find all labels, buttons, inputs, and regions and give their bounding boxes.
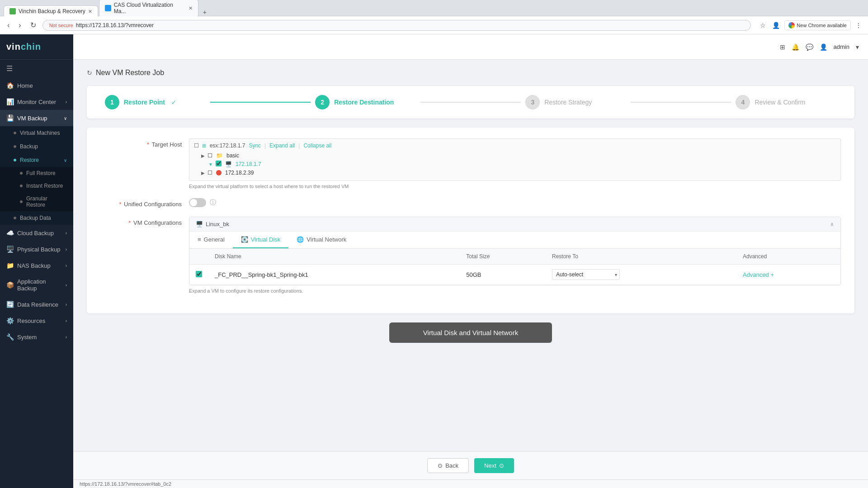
vm-config-control: 🖥️ Linux_bk ∧ ≡ General 💽	[189, 217, 841, 294]
target-host-hint: Expand the virtual platform to select a …	[189, 184, 841, 189]
sidebar-item-nas-backup[interactable]: 📁 NAS Backup ›	[0, 257, 73, 274]
sidebar-item-cloud-backup[interactable]: ☁️ Cloud Backup ›	[0, 225, 73, 241]
sidebar-vm-backup-label: VM Backup	[17, 115, 47, 122]
sidebar-item-granular-restore[interactable]: Granular Restore	[0, 192, 73, 211]
restore-chevron-icon: ∨	[64, 158, 67, 163]
browser-chrome: Vinchin Backup & Recovery ✕ CAS Cloud Vi…	[0, 0, 868, 16]
sidebar-item-backup-data[interactable]: Backup Data	[0, 211, 73, 225]
disk-row-advanced[interactable]: Advanced +	[736, 265, 840, 285]
chrome-icon	[788, 22, 795, 28]
forward-nav-button[interactable]: ›	[16, 19, 24, 31]
page-refresh-icon[interactable]: ↻	[87, 69, 92, 76]
sidebar: vinchin ☰ 🏠 Home 📊 Monitor Center › 💾 VM…	[0, 34, 73, 488]
step-check-1: ✓	[171, 99, 176, 106]
cas-tab-close[interactable]: ✕	[189, 5, 193, 11]
sidebar-item-application-backup[interactable]: 📦 Application Backup ›	[0, 274, 73, 296]
grid-icon[interactable]: ⊞	[780, 43, 785, 51]
target-host-box[interactable]: ☐ ⊞ esx:172.18.1.7 Sync | Expand all | C…	[189, 138, 841, 181]
unified-config-label: * Unified Configurations	[100, 198, 182, 208]
disk-row-checkbox-cell[interactable]	[189, 265, 208, 285]
tab-general[interactable]: ≡ General	[189, 232, 233, 248]
bookmark-button[interactable]: ☆	[758, 20, 768, 31]
physical-backup-chevron-icon: ›	[66, 247, 67, 252]
restore-to-select[interactable]: Auto-select	[552, 269, 620, 280]
next-button[interactable]: Next ⊙	[474, 458, 514, 473]
sidebar-item-system[interactable]: 🔧 System ›	[0, 329, 73, 345]
resources-chevron-icon: ›	[66, 318, 67, 323]
sidebar-system-label: System	[17, 334, 37, 341]
tree-node-basic[interactable]: ▶ ☐ 📁 basic	[194, 152, 836, 160]
data-resilience-icon: 🔄	[6, 301, 14, 308]
step-divider-2	[420, 102, 521, 103]
user-icon[interactable]: 👤	[820, 43, 827, 51]
sidebar-item-physical-backup[interactable]: 🖥️ Physical Backup ›	[0, 241, 73, 257]
tree-sep-1: |	[264, 142, 266, 149]
chat-icon[interactable]: 💬	[806, 43, 813, 51]
sidebar-item-restore[interactable]: Restore ∨	[0, 153, 73, 167]
unified-config-row: * Unified Configurations ⓘ	[100, 198, 841, 208]
tree-checkbox-host[interactable]	[216, 161, 222, 166]
disk-table: Disk Name Total Size Restore To Advanced	[189, 249, 840, 285]
browser-tab-vinchin[interactable]: Vinchin Backup & Recovery ✕	[4, 5, 98, 17]
reload-nav-button[interactable]: ↻	[28, 19, 39, 31]
menu-button[interactable]: ⋮	[854, 20, 863, 31]
topbar-user-label[interactable]: admin	[834, 43, 849, 50]
full-restore-dot	[20, 172, 23, 175]
sidebar-item-vm-backup[interactable]: 💾 VM Backup ∨	[0, 110, 73, 126]
virtual-network-tab-icon: 🌐	[297, 236, 304, 243]
sidebar-item-resources[interactable]: ⚙️ Resources ›	[0, 313, 73, 329]
vm-config-expand-icon[interactable]: ∧	[830, 221, 834, 227]
new-tab-button[interactable]: +	[199, 8, 210, 17]
app-topbar: ⊞ 🔔 💬 👤 admin ▾	[73, 34, 868, 60]
step-circle-4: 4	[736, 95, 750, 109]
nas-backup-icon: 📁	[6, 262, 14, 269]
tab-virtual-disk[interactable]: 💽 Virtual Disk	[233, 232, 289, 248]
page-header: ↻ New VM Restore Job	[87, 69, 854, 77]
sidebar-item-data-resilience[interactable]: 🔄 Data Resilience ›	[0, 296, 73, 313]
unified-toggle[interactable]	[189, 198, 206, 207]
profile-button[interactable]: 👤	[770, 20, 782, 31]
back-nav-button[interactable]: ‹	[5, 19, 12, 31]
sidebar-item-full-restore[interactable]: Full Restore	[0, 167, 73, 180]
data-resilience-chevron-icon: ›	[66, 302, 67, 307]
wizard-step-1: 1 Restore Point ✓	[105, 95, 206, 109]
advanced-link[interactable]: Advanced +	[743, 271, 834, 278]
disk-row-name: _FC_PRD__Spring-bk1_Spring-bk1	[208, 265, 460, 285]
cas-tab-label: CAS Cloud Virtualization Ma...	[114, 2, 186, 14]
sidebar-item-backup[interactable]: Backup	[0, 140, 73, 153]
tab-virtual-network[interactable]: 🌐 Virtual Network	[288, 232, 354, 248]
tree-node-host-offline[interactable]: ▶ ☐ 172.18.2.39	[194, 169, 836, 177]
unified-info-icon[interactable]: ⓘ	[210, 199, 216, 207]
vinchin-favicon	[9, 8, 16, 14]
tree-node-host-checked[interactable]: ▼ 🖥️ 172.18.1.7	[194, 160, 836, 169]
monitor-icon: 📊	[6, 98, 14, 105]
vm-config-row: * VM Configurations 🖥️ Linux_bk ∧	[100, 217, 841, 294]
bell-icon[interactable]: 🔔	[792, 43, 799, 51]
disk-row-checkbox[interactable]	[196, 271, 202, 277]
disk-row-restore-to[interactable]: Auto-select	[546, 265, 736, 285]
sidebar-toggle[interactable]: ☰	[0, 60, 73, 77]
sidebar-application-backup-label: Application Backup	[17, 278, 62, 292]
vm-config-header[interactable]: 🖥️ Linux_bk ∧	[189, 217, 840, 232]
sidebar-monitor-label: Monitor Center	[17, 99, 56, 105]
sidebar-item-instant-restore[interactable]: Instant Restore	[0, 180, 73, 192]
browser-tab-cas[interactable]: CAS Cloud Virtualization Ma... ✕	[99, 0, 198, 17]
vinchin-tab-close[interactable]: ✕	[88, 9, 92, 14]
disk-col-advanced-header: Advanced	[736, 249, 840, 265]
next-label: Next	[484, 462, 496, 469]
address-text: https://172.18.16.13/?vmrecover	[76, 22, 154, 28]
back-button[interactable]: ⊙ Back	[427, 458, 469, 473]
sidebar-item-home[interactable]: 🏠 Home	[0, 77, 73, 94]
sidebar-home-label: Home	[17, 82, 33, 89]
restore-submenu: Full Restore Instant Restore Granular Re…	[0, 167, 73, 211]
new-chrome-badge[interactable]: New Chrome available	[784, 20, 851, 30]
sidebar-item-monitor[interactable]: 📊 Monitor Center ›	[0, 94, 73, 110]
expand-all-button[interactable]: Expand all	[269, 142, 295, 149]
tree-host-offline-label: 172.18.2.39	[225, 170, 254, 176]
address-bar[interactable]: Not secure https://172.18.16.13/?vmrecov…	[42, 20, 751, 31]
topbar-chevron-icon[interactable]: ▾	[856, 43, 859, 51]
sync-button[interactable]: Sync	[249, 142, 261, 149]
browser-nav-bar: ‹ › ↻ Not secure https://172.18.16.13/?v…	[0, 16, 868, 34]
collapse-all-button[interactable]: Collapse all	[303, 142, 331, 149]
sidebar-item-virtual-machines[interactable]: Virtual Machines	[0, 126, 73, 140]
